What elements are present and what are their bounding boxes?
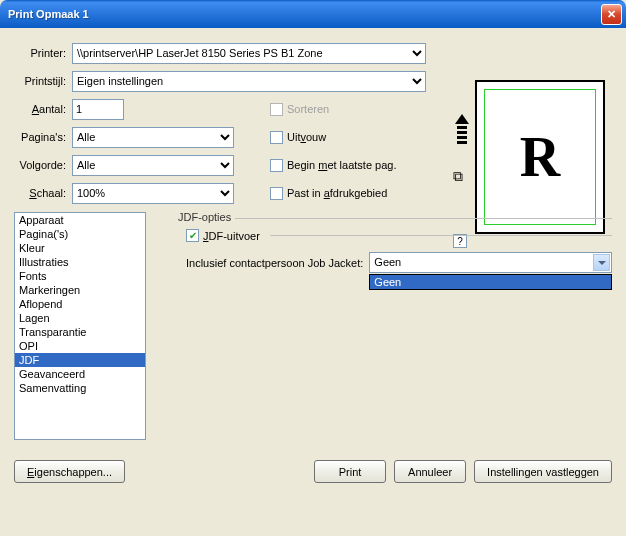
sorteren-label: Sorteren [287,103,329,115]
contact-select[interactable]: Geen Geen [369,252,612,273]
eigenschappen-label: Eigenschappen... [27,466,112,478]
volgorde-label: Volgorde: [14,159,72,171]
dialog-body: Printer: \\printserver\HP LaserJet 8150 … [0,28,626,493]
print-button[interactable]: Print [314,460,386,483]
list-item[interactable]: Fonts [15,269,145,283]
list-item[interactable]: Kleur [15,241,145,255]
uitvouw-checkbox[interactable] [270,131,283,144]
aantal-label: Aantal: [14,103,72,115]
eigenschappen-button[interactable]: Eigenschappen... [14,460,125,483]
annuleer-button[interactable]: Annuleer [394,460,466,483]
list-item[interactable]: OPI [15,339,145,353]
contact-option-geen[interactable]: Geen [370,275,611,289]
preview-page: R [475,80,605,234]
instellingen-button[interactable]: Instellingen vastleggen [474,460,612,483]
close-button[interactable]: ✕ [601,4,622,25]
printer-label: Printer: [14,47,72,59]
begin-laatste-label: Begin met laatste pag. [287,159,396,171]
chevron-down-icon [593,254,610,271]
list-item[interactable]: Geavanceerd [15,367,145,381]
jdf-uitvoer-checkbox[interactable]: ✔ [186,229,199,242]
list-item[interactable]: Pagina('s) [15,227,145,241]
close-icon: ✕ [607,8,616,21]
uitvouw-label: Uitvouw [287,131,326,143]
past-gebied-label: Past in afdrukgebied [287,187,387,199]
titlebar: Print Opmaak 1 ✕ [0,0,626,28]
schaal-label: Schaal: [14,187,72,199]
begin-laatste-checkbox[interactable] [270,159,283,172]
list-item[interactable]: Illustraties [15,255,145,269]
contact-label: Inclusief contactpersoon Job Jacket: [186,257,363,269]
category-listbox[interactable]: ApparaatPagina('s)KleurIllustratiesFonts… [14,212,146,440]
schaal-select[interactable]: 100% [72,183,234,204]
printer-select[interactable]: \\printserver\HP LaserJet 8150 Series PS… [72,43,426,64]
aantal-input[interactable] [72,99,124,120]
copies-icon: ⧉ [453,168,463,185]
list-item[interactable]: Transparantie [15,325,145,339]
paginas-select[interactable]: Alle [72,127,234,148]
preview-area: ⧉ ? R [453,80,608,234]
list-item[interactable]: Aflopend [15,297,145,311]
window-title: Print Opmaak 1 [8,8,601,20]
jdf-uitvoer-label: JDF-uitvoer [203,230,260,242]
list-item[interactable]: Samenvatting [15,381,145,395]
arrow-up-icon [455,114,469,144]
volgorde-select[interactable]: Alle [72,155,234,176]
contact-select-value: Geen [370,253,611,271]
contact-dropdown[interactable]: Geen [369,274,612,290]
jdf-group-label: JDF-opties [174,211,235,223]
list-item[interactable]: Apparaat [15,213,145,227]
jdf-panel: JDF-opties ✔ JDF-uitvoer Inclusief conta… [146,212,612,442]
list-item[interactable]: Lagen [15,311,145,325]
printstijl-label: Printstijl: [14,75,72,87]
paginas-label: Pagina's: [14,131,72,143]
preview-glyph: R [484,89,596,225]
printstijl-select[interactable]: Eigen instellingen [72,71,426,92]
past-gebied-checkbox[interactable] [270,187,283,200]
list-item[interactable]: JDF [15,353,145,367]
sorteren-checkbox [270,103,283,116]
list-item[interactable]: Markeringen [15,283,145,297]
